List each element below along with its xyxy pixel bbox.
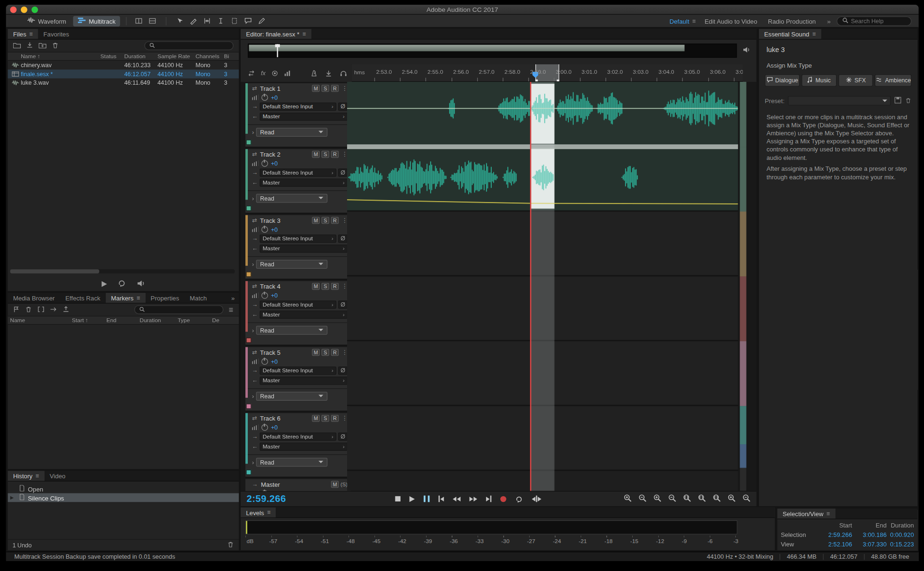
automation-disclosure-icon[interactable]: › <box>252 393 254 400</box>
track-gain-value[interactable]: +0 <box>271 292 278 299</box>
zoom-out-horizontal-button[interactable] <box>667 493 677 505</box>
workspace-radio-production[interactable]: Radio Production <box>768 18 816 25</box>
no-input-button[interactable]: Ø <box>338 432 348 440</box>
trash-icon[interactable] <box>52 42 59 50</box>
files-column-channels[interactable]: Channels <box>195 53 224 60</box>
panel-layout-icon-b[interactable] <box>147 16 159 26</box>
markers-search-box[interactable] <box>134 305 223 314</box>
automation-mode-select[interactable]: Read <box>256 128 327 137</box>
files-column-headers[interactable]: Name ↑StatusDurationSample RateChannelsB… <box>8 53 239 61</box>
track-arm-button[interactable]: R <box>331 217 339 224</box>
selection-view-tab[interactable]: Selection/View ≡ <box>777 509 836 518</box>
track-gain-value[interactable]: +0 <box>271 160 278 167</box>
auto-play-toggle[interactable] <box>136 280 145 288</box>
track-solo-button[interactable]: S <box>322 414 329 422</box>
automation-disclosure-icon[interactable]: › <box>252 458 254 466</box>
multitrack-mode-button[interactable]: Multitrack <box>73 16 120 26</box>
mix-type-music-button[interactable]: Music <box>802 74 837 87</box>
history-tab-video[interactable]: Video <box>44 471 71 481</box>
essential-sound-tab[interactable]: Essential Sound ≡ <box>759 29 821 39</box>
zoom-out-button[interactable] <box>637 493 647 505</box>
track-header[interactable]: ⇄ Track 2 M S R ⋮ +0 → Default Stereo In… <box>245 149 350 214</box>
zoom-in-vertical-button[interactable] <box>727 493 737 505</box>
files-column-name-[interactable]: Name ↑ <box>21 53 100 60</box>
automation-disclosure-icon[interactable]: › <box>252 194 254 202</box>
metronome-icon[interactable] <box>311 70 317 77</box>
track-navigator-segment[interactable] <box>740 276 746 341</box>
history-disclosure-icon[interactable]: ▶ <box>10 495 16 500</box>
time-display[interactable]: 2:59.266 <box>246 493 286 504</box>
levels-tab[interactable]: Levels ≡ <box>241 507 276 517</box>
track-solo-button[interactable]: S <box>322 282 329 290</box>
volume-knob[interactable] <box>262 292 268 299</box>
rewind-button[interactable] <box>452 495 462 502</box>
markers-column-start-[interactable]: Start ↑ <box>72 317 106 324</box>
track-mute-button[interactable]: M <box>312 349 320 356</box>
files-column-status[interactable]: Status <box>100 53 124 60</box>
files-hscrollbar-thumb[interactable] <box>10 269 99 273</box>
automation-disclosure-icon[interactable]: › <box>252 261 254 268</box>
meters-icon[interactable] <box>284 70 290 77</box>
play-button[interactable] <box>408 495 416 503</box>
history-tab-history[interactable]: History≡ <box>8 471 44 481</box>
no-input-button[interactable]: Ø <box>338 366 348 374</box>
track-header[interactable]: ⇄ Track 6 M S R ⋮ +0 → Default Stereo In… <box>245 413 350 478</box>
markers-column-name[interactable]: Name <box>10 317 72 324</box>
help-search-box[interactable] <box>837 16 911 26</box>
track-navigator-segment[interactable] <box>740 82 746 147</box>
markers-tab-properties[interactable]: Properties <box>145 293 184 303</box>
skip-selection-button[interactable] <box>531 494 542 503</box>
loop-preview-button[interactable] <box>117 279 126 288</box>
go-to-start-button[interactable] <box>437 494 445 503</box>
zoom-in-horizontal-button[interactable] <box>653 493 662 505</box>
pause-button[interactable] <box>422 494 431 503</box>
punch-icon[interactable] <box>326 70 332 77</box>
routing-icon[interactable] <box>248 70 255 77</box>
navigator-playhead[interactable] <box>277 44 279 57</box>
track-navigator-segment[interactable] <box>740 211 746 276</box>
no-input-button[interactable]: Ø <box>338 300 348 308</box>
automation-disclosure-icon[interactable]: › <box>252 326 254 334</box>
markers-tab-markers[interactable]: Markers≡ <box>105 293 145 303</box>
panel-layout-icon-a[interactable] <box>133 16 145 26</box>
track-solo-button[interactable]: S <box>322 85 329 92</box>
markers-tab-media-browser[interactable]: Media Browser <box>8 293 60 303</box>
editor-tab[interactable]: Editor: finale.sesx * ≡ <box>241 29 311 39</box>
track-name[interactable]: Track 5 <box>260 349 281 356</box>
automation-mode-select[interactable]: Read <box>256 457 327 466</box>
track-name[interactable]: Master <box>261 481 280 488</box>
track-input-select[interactable]: Default Stereo Input› <box>260 366 336 374</box>
track-solo-button[interactable]: (S) <box>340 481 348 487</box>
automation-mode-select[interactable]: Read <box>256 392 327 401</box>
track-gain-value[interactable]: +0 <box>271 358 278 365</box>
save-preset-icon[interactable] <box>894 97 901 105</box>
track-gain-value[interactable]: +0 <box>271 94 278 101</box>
automation-mode-select[interactable]: Read <box>256 193 327 202</box>
track-name[interactable]: Track 3 <box>260 217 281 224</box>
zoom-in-button[interactable] <box>623 493 633 505</box>
track-navigator-segment[interactable] <box>740 406 746 444</box>
help-search-input[interactable] <box>851 18 906 24</box>
merge-markers-icon[interactable] <box>50 306 57 313</box>
arm-all-icon[interactable] <box>271 70 278 77</box>
file-row[interactable]: chinery.wav46:10.23344100 HzMono3 <box>8 61 239 70</box>
volume-knob[interactable] <box>262 160 268 167</box>
volume-knob[interactable] <box>262 358 268 365</box>
track-navigator-segment[interactable] <box>740 147 746 211</box>
track-header[interactable]: ⇄ Track 1 M S R ⋮ +0 → Default Stereo In… <box>245 83 350 148</box>
track-navigator-segment[interactable] <box>740 444 746 468</box>
workspace-default[interactable]: Default <box>670 18 689 25</box>
panel-menu-icon[interactable]: ≡ <box>35 473 39 479</box>
track-input-select[interactable]: Default Stereo Input› <box>260 168 336 176</box>
razor-tool[interactable] <box>187 16 200 26</box>
files-column-duration[interactable]: Duration <box>124 53 157 60</box>
add-marker-icon[interactable] <box>13 306 20 314</box>
clear-history-trash-icon[interactable] <box>227 541 234 549</box>
fast-forward-button[interactable] <box>468 495 478 502</box>
panel-menu-icon[interactable]: ≡ <box>267 509 270 516</box>
panel-menu-icon[interactable]: ≡ <box>812 31 816 37</box>
track-gain-value[interactable]: +0 <box>271 424 278 430</box>
zoom-full-button[interactable] <box>741 493 751 505</box>
mix-type-sfx-button[interactable]: SFX <box>838 74 873 87</box>
comment-tool[interactable] <box>242 16 254 26</box>
